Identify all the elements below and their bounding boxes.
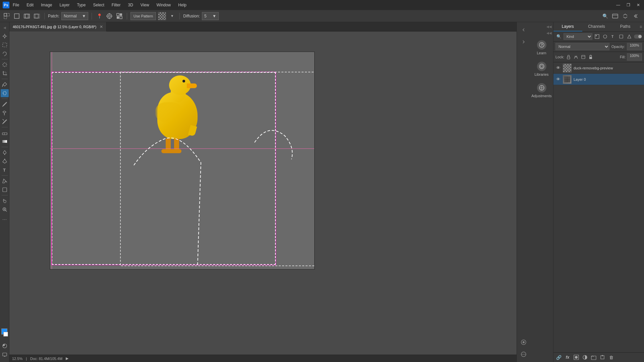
hand-tool[interactable] <box>1 197 9 205</box>
layer-visibility-toggle[interactable]: 👁 <box>555 77 561 82</box>
pin-icon[interactable]: 📍 <box>95 12 103 20</box>
selection-tool[interactable] <box>1 41 9 49</box>
learn-panel-button[interactable]: ? Learn <box>532 38 552 58</box>
menu-file[interactable]: File <box>11 2 20 8</box>
menu-window[interactable]: Window <box>155 2 172 8</box>
menu-view[interactable]: View <box>139 2 151 8</box>
menu-bar[interactable]: File Edit Image Layer Type Select Filter… <box>11 2 188 8</box>
new-layer-button[interactable] <box>599 354 606 361</box>
kind-dropdown[interactable]: Kind <box>564 33 592 40</box>
use-pattern-button[interactable]: Use Pattern <box>130 12 156 20</box>
fill-value[interactable]: 100% <box>627 53 642 61</box>
eraser-tool[interactable] <box>1 129 9 137</box>
crop-tool[interactable] <box>1 69 9 77</box>
target-icon[interactable] <box>105 12 113 20</box>
new-document-icon[interactable] <box>13 12 21 20</box>
close-button[interactable]: ✕ <box>635 2 641 8</box>
menu-select[interactable]: Select <box>92 2 105 8</box>
layer-visibility-toggle[interactable]: 👁 <box>555 65 561 71</box>
menu-image[interactable]: Image <box>40 2 53 8</box>
filter-toggle-switch[interactable] <box>634 35 642 39</box>
menu-3d[interactable]: 3D <box>126 2 134 8</box>
lock-position-icon[interactable] <box>573 54 579 60</box>
fx-button[interactable]: fx <box>564 354 571 361</box>
adjustment-layer-button[interactable] <box>582 354 588 361</box>
two-rect-icon[interactable] <box>23 12 31 20</box>
gradient-tool[interactable] <box>1 137 9 145</box>
magic-wand-tool[interactable] <box>1 61 9 69</box>
history-brush-tool[interactable] <box>1 118 9 126</box>
lock-all-icon[interactable] <box>588 54 594 60</box>
arrange-icon[interactable] <box>621 12 629 20</box>
rectangle-tool[interactable] <box>1 186 9 194</box>
background-color[interactable] <box>3 332 8 337</box>
zoom-tool[interactable] <box>1 205 9 214</box>
menu-type[interactable]: Type <box>75 2 87 8</box>
blend-mode-dropdown[interactable]: Normal <box>555 43 609 50</box>
paths-tab[interactable]: Paths <box>611 22 640 32</box>
tab-close-button[interactable]: ✕ <box>100 24 103 29</box>
collapse-arrow2-icon[interactable]: ◀◀ <box>546 31 552 35</box>
minimize-button[interactable]: — <box>615 2 621 8</box>
lasso-tool[interactable] <box>1 50 9 58</box>
opacity-value[interactable]: 100% <box>627 43 642 50</box>
clone-stamp-tool[interactable] <box>1 109 9 117</box>
patch-tool[interactable] <box>1 89 9 97</box>
collapse-left-icon[interactable] <box>519 25 529 35</box>
brush-tool[interactable] <box>1 100 9 108</box>
collapse-right-icon[interactable] <box>631 12 639 20</box>
move-tool[interactable] <box>1 32 9 40</box>
maximize-button[interactable]: ❐ <box>625 2 631 8</box>
adjustments-panel-button[interactable]: Adjustments <box>532 80 552 101</box>
workspace-icon[interactable] <box>611 12 619 20</box>
shape-filter-icon[interactable] <box>618 33 625 40</box>
pattern-swatch[interactable] <box>158 12 166 20</box>
canvas-tab[interactable]: 460176-PFK6GT-491.jpg @ 12.5% (Layer 0, … <box>9 22 107 32</box>
channels-tab[interactable]: Channels <box>582 22 611 32</box>
add-mask-button[interactable] <box>573 354 580 361</box>
panel-menu-icon[interactable]: ≡ <box>640 24 642 29</box>
status-arrow[interactable]: ▶ <box>66 356 68 361</box>
rotate-icon[interactable] <box>33 12 41 20</box>
dodge-tool[interactable] <box>1 148 9 157</box>
collapse-toolbar-button[interactable]: ◀ <box>1 23 9 32</box>
color-swatches[interactable] <box>1 328 9 337</box>
tool-preset-picker[interactable] <box>3 12 11 20</box>
eyedropper-tool[interactable] <box>1 80 9 88</box>
layer-row[interactable]: 👁 duck-removebg-preview <box>553 62 644 74</box>
diffusion-dropdown[interactable]: 5 ▼ <box>202 12 219 20</box>
menu-layer[interactable]: Layer <box>58 2 71 8</box>
text-tool[interactable]: T <box>1 166 9 174</box>
collapse-arrow-icon[interactable]: ◀◀ <box>546 25 552 28</box>
search-layers-icon[interactable]: 🔍 <box>555 33 562 40</box>
menu-help[interactable]: Help <box>177 2 188 8</box>
canvas[interactable] <box>50 52 315 269</box>
pen-tool[interactable] <box>1 157 9 165</box>
path-selection-tool[interactable] <box>1 177 9 185</box>
grid-icon[interactable] <box>115 12 123 20</box>
libraries-panel-button[interactable]: Libraries <box>532 59 552 79</box>
layers-tab[interactable]: Layers <box>553 22 582 32</box>
collapse-right-icon2[interactable] <box>519 37 529 47</box>
pattern-dropdown-arrow[interactable]: ▼ <box>168 12 176 20</box>
layer-row[interactable]: 👁 Layer 0 <box>553 74 644 85</box>
side-adjustments-icon[interactable] <box>519 349 529 359</box>
delete-layer-button[interactable]: 🗑 <box>608 354 614 361</box>
pixel-filter-icon[interactable] <box>594 33 600 40</box>
side-properties-icon[interactable] <box>519 337 529 347</box>
more-tools-button[interactable]: … <box>1 214 9 222</box>
adjustment-filter-icon[interactable] <box>602 33 608 40</box>
lock-pixels-icon[interactable] <box>566 54 572 60</box>
new-group-button[interactable] <box>590 354 597 361</box>
quick-mask-button[interactable] <box>1 342 9 350</box>
add-link-button[interactable]: 🔗 <box>555 354 562 361</box>
smart-filter-icon[interactable] <box>626 33 633 40</box>
patch-mode-dropdown[interactable]: Normal ▼ <box>61 12 88 20</box>
canvas-container[interactable] <box>9 32 517 355</box>
lock-artboard-icon[interactable] <box>580 54 586 60</box>
text-filter-icon[interactable]: T <box>610 33 616 40</box>
menu-edit[interactable]: Edit <box>25 2 35 8</box>
menu-filter[interactable]: Filter <box>110 2 122 8</box>
screen-mode-button[interactable] <box>1 351 9 359</box>
search-icon[interactable]: 🔍 <box>601 12 609 20</box>
